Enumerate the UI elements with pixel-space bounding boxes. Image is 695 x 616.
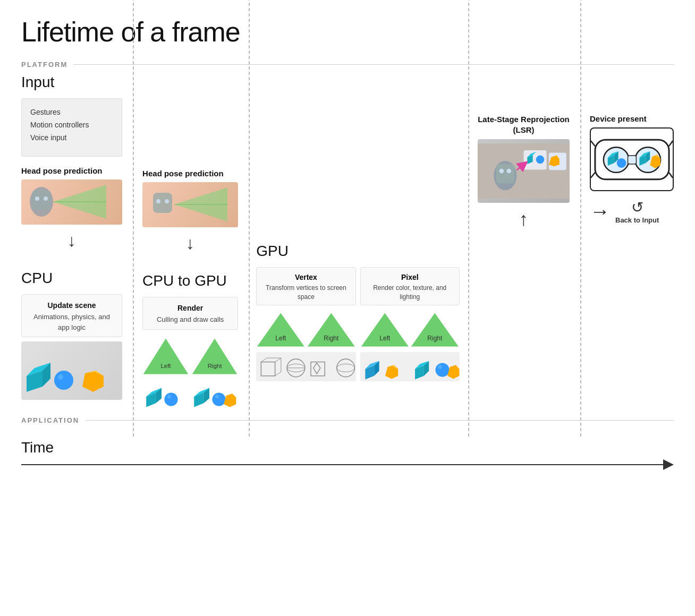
divider-4 bbox=[576, 98, 583, 410]
application-section-label: APPLICATION bbox=[21, 416, 674, 424]
col-cpu: Gestures Motion controllers Voice input … bbox=[21, 98, 129, 410]
svg-line-92 bbox=[669, 141, 673, 146]
input-box: Gestures Motion controllers Voice input bbox=[21, 98, 122, 157]
svg-point-63 bbox=[438, 365, 442, 369]
svg-point-9 bbox=[54, 371, 73, 390]
svg-point-31 bbox=[215, 395, 219, 398]
render-desc: Culling and draw calls bbox=[151, 314, 229, 325]
svg-line-46 bbox=[275, 372, 281, 375]
svg-rect-67 bbox=[496, 164, 515, 183]
scene-objects-cpu bbox=[21, 341, 122, 400]
svg-text:Right: Right bbox=[428, 335, 443, 342]
gpu-title: GPU bbox=[256, 243, 460, 260]
back-to-input-label: Back to Input bbox=[615, 216, 659, 225]
platform-section-label: PLATFORM bbox=[21, 61, 674, 69]
vertex-triangle-right: Right bbox=[307, 311, 356, 351]
svg-marker-32 bbox=[224, 393, 236, 407]
time-label: Time bbox=[21, 439, 674, 456]
back-to-input-icon: ↺ bbox=[631, 199, 643, 216]
render-box: Render Culling and draw calls bbox=[142, 297, 238, 330]
svg-marker-27 bbox=[194, 392, 204, 407]
svg-marker-22 bbox=[146, 392, 156, 407]
svg-point-25 bbox=[165, 392, 178, 406]
svg-rect-80 bbox=[628, 156, 637, 164]
render-objects bbox=[142, 381, 238, 410]
pixel-title: Pixel bbox=[367, 273, 453, 281]
svg-point-30 bbox=[213, 392, 226, 406]
col-lsr: Late-Stage Reprojection (LSR) bbox=[471, 98, 576, 410]
svg-point-14 bbox=[156, 199, 160, 203]
time-section: Time bbox=[21, 439, 674, 470]
pixel-box: Pixel Render color, texture, and lightin… bbox=[360, 267, 460, 305]
input-item-gestures: Gestures bbox=[30, 106, 113, 119]
svg-line-90 bbox=[591, 141, 595, 146]
divider-3 bbox=[464, 98, 471, 410]
svg-marker-64 bbox=[447, 365, 459, 379]
svg-marker-50 bbox=[313, 363, 320, 374]
arrow-right-icon: → bbox=[590, 200, 610, 223]
update-scene-title: Update scene bbox=[30, 301, 113, 310]
svg-point-68 bbox=[499, 169, 504, 174]
svg-point-69 bbox=[506, 169, 511, 174]
svg-rect-65 bbox=[478, 143, 570, 199]
svg-text:Left: Left bbox=[161, 363, 172, 369]
time-arrow bbox=[21, 459, 674, 470]
vertex-title: Vertex bbox=[263, 273, 349, 281]
device-image bbox=[590, 127, 674, 191]
vertex-box: Vertex Transform vertices to screen spac… bbox=[256, 267, 355, 305]
input-label: Input bbox=[21, 74, 674, 91]
cpu-to-gpu-title: CPU to GPU bbox=[142, 272, 238, 289]
svg-point-10 bbox=[58, 374, 63, 380]
pixel-triangle-left: Left bbox=[360, 311, 410, 351]
svg-text:Right: Right bbox=[324, 335, 339, 342]
device-present-label: Device present bbox=[590, 114, 674, 123]
pixel-desc: Render color, texture, and lighting bbox=[367, 284, 453, 302]
input-item-voice: Voice input bbox=[30, 132, 113, 144]
vertex-triangles: Left Right bbox=[256, 311, 355, 351]
svg-line-91 bbox=[591, 173, 595, 178]
input-item-motion: Motion controllers bbox=[30, 119, 113, 132]
svg-line-42 bbox=[261, 358, 267, 362]
render-triangle-right: Right bbox=[191, 335, 238, 380]
page-title: Lifetime of a frame bbox=[21, 16, 674, 48]
arrow-up: ↑ bbox=[478, 208, 570, 230]
device-arrows: → ↺ Back to Input bbox=[590, 199, 674, 225]
update-scene-desc: Animations, physics, and app logic bbox=[30, 312, 113, 332]
update-scene-box: Update scene Animations, physics, and ap… bbox=[21, 294, 122, 337]
gpu-rendered-objects bbox=[256, 352, 460, 381]
lsr-label: Late-Stage Reprojection (LSR) bbox=[478, 114, 570, 135]
render-title: Render bbox=[151, 304, 229, 312]
svg-point-3 bbox=[44, 196, 48, 201]
svg-text:Left: Left bbox=[379, 335, 391, 342]
lsr-image bbox=[478, 139, 570, 203]
svg-point-53 bbox=[337, 364, 355, 372]
svg-text:Right: Right bbox=[208, 363, 223, 369]
svg-line-93 bbox=[669, 173, 673, 178]
col-gpu: GPU Vertex Transform vertices to screen … bbox=[252, 98, 464, 410]
col-cpu-to-gpu: Head pose prediction ↓ CPU to GPU Render… bbox=[136, 98, 244, 410]
arrow-down-1: ↓ bbox=[21, 231, 122, 251]
svg-marker-59 bbox=[415, 365, 424, 379]
arrow-down-2: ↓ bbox=[142, 234, 238, 253]
svg-point-26 bbox=[167, 395, 171, 398]
svg-point-52 bbox=[337, 359, 355, 377]
svg-rect-1 bbox=[32, 190, 51, 210]
svg-point-62 bbox=[435, 363, 449, 377]
divider-2 bbox=[244, 98, 252, 410]
gpu-triangles: Left Right Left bbox=[256, 311, 460, 351]
head-pose-label-2: Head pose prediction bbox=[142, 169, 238, 178]
svg-text:Left: Left bbox=[276, 335, 287, 342]
svg-marker-54 bbox=[365, 365, 374, 379]
svg-point-74 bbox=[536, 156, 545, 164]
svg-rect-13 bbox=[153, 193, 172, 213]
head-pose-image-2 bbox=[142, 182, 238, 227]
svg-point-2 bbox=[35, 196, 39, 201]
pixel-triangle-right: Right bbox=[410, 311, 460, 351]
render-triangles: Left Right bbox=[142, 335, 238, 380]
vertex-desc: Transform vertices to screen space bbox=[263, 284, 349, 302]
divider-1 bbox=[129, 98, 136, 410]
vertex-triangle-left: Left bbox=[256, 311, 306, 351]
head-pose-image-1 bbox=[21, 179, 117, 225]
gpu-inner: Vertex Transform vertices to screen spac… bbox=[256, 267, 460, 305]
render-triangle-left: Left bbox=[142, 335, 189, 380]
